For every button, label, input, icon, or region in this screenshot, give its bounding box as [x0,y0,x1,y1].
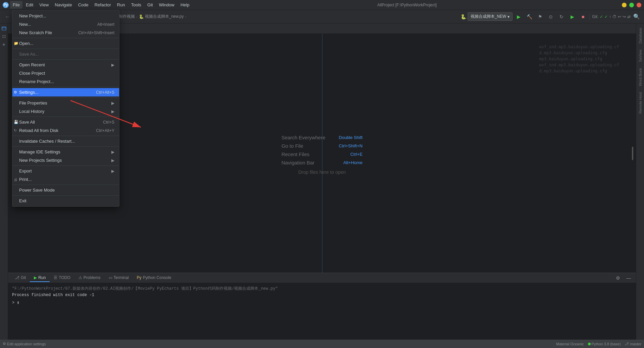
tab-terminal[interactable]: ▭ Terminal [105,274,133,282]
menu-local-history[interactable]: Local History ▶ [12,107,119,116]
tab-problems[interactable]: ⚠ Problems [74,274,105,282]
debug-run-button[interactable]: ▶ [568,12,577,21]
close-button[interactable]: × [637,3,641,7]
git-undo-icon[interactable]: ↩ [618,14,621,19]
minimize-button[interactable]: − [622,3,627,7]
bg-file-5: d.mp3.baiduyun.uploading.cfg [539,68,619,74]
menu-file[interactable]: File [10,1,22,9]
menu-tools[interactable]: Tools [128,1,144,9]
coverage-button[interactable]: ⚑ [535,12,545,21]
menu-export[interactable]: Export ▶ [12,167,119,175]
menu-close-project[interactable]: Close Project [12,69,119,77]
git-push-icon[interactable]: ↑ [609,14,611,19]
toggle-button[interactable]: ↻ [557,12,566,21]
bottom-panel-toolbar: ⎇ Git ▶ Run ☰ TODO ⚠ Problems ▭ Terminal… [8,273,636,283]
maximize-button[interactable]: □ [629,3,634,7]
menu-code[interactable]: Code [75,1,91,9]
menu-print[interactable]: 🖨 Print... [12,175,119,184]
tab-run[interactable]: ▶ Run [30,274,50,282]
menu-git[interactable]: Git [145,1,156,9]
menu-power-save-mode[interactable]: Power Save Mode [12,186,119,194]
menu-window[interactable]: Window [156,1,177,9]
terminal-exit-line: Process finished with exit code -1 [12,293,632,297]
stop-button[interactable]: ■ [578,12,588,21]
git-translate-icon[interactable]: ⇄ [627,14,631,19]
breadcrumb-part-3[interactable]: 🐍 视频合成脚本_new.py [139,14,184,19]
terminal-prompt[interactable]: > ▮ [12,300,632,305]
app-settings-status[interactable]: ⚙ Edit application settings [3,342,46,346]
folder-icon: 📁 [14,41,18,46]
tab-python-console[interactable]: Py Python Console [133,274,175,282]
menu-file-properties[interactable]: File Properties ▶ [12,99,119,107]
menu-run[interactable]: Run [114,1,128,9]
tab-git[interactable]: ⎇ Git [11,274,30,282]
menu-sep-8 [12,146,119,147]
hint-search-everywhere: Search Everywhere Double Shift [281,135,363,140]
git-log-icon[interactable]: ⏱ [612,14,616,19]
database-panel-tab[interactable]: Database [638,25,642,46]
menu-save-as[interactable]: Save As... [12,50,119,58]
remote-host-panel-tab[interactable]: Remote Host [638,89,642,116]
profile-button[interactable]: ⊙ [546,12,555,21]
editor-scrollbar[interactable] [632,147,633,160]
menu-help[interactable]: Help [178,1,192,9]
toolbar-sep-git [590,13,590,20]
app-icon: Py [3,2,9,8]
git-check2-icon[interactable]: ✓ [604,14,608,19]
search-everywhere-btn[interactable]: 🔍 [632,12,641,21]
build-button[interactable]: 🔨 [525,12,534,21]
menu-sep-9 [12,165,119,166]
run-config-selector[interactable]: 视频合成脚本_NEW ▾ [468,12,513,21]
menu-new-scratch-file[interactable]: New Scratch File Ctrl+Alt+Shift+Insert [12,28,119,37]
todo-tab-icon: ☰ [54,275,57,280]
menu-new[interactable]: New... Alt+Insert [12,20,119,28]
git-check-icon[interactable]: ✓ [600,14,603,19]
theme-status[interactable]: Material Oceanic [556,342,584,346]
menu-refactor[interactable]: Refactor [92,1,114,9]
menu-exit[interactable]: Exit [12,197,119,205]
menu-view[interactable]: View [37,1,51,9]
menu-invalidate-caches[interactable]: Invalidate Caches / Restart... [12,137,119,145]
status-right: Material Oceanic Python 3.8 (base) ⎇ mas… [556,342,641,346]
wordbook-panel-tab[interactable]: Word Book [638,65,642,89]
menu-edit[interactable]: Edit [23,1,36,9]
hint-label-2: Go to File [281,143,303,149]
terminal-path-line: "F:/PythonWorkProject/07.新媒体内容创作/02.AI视频… [12,286,632,291]
menu-sep-11 [12,195,119,196]
menu-navigate[interactable]: Navigate [52,1,74,9]
hint-key-3: Ctrl+E [350,152,362,157]
saview-panel-tab[interactable]: SaView [638,47,642,65]
panel-settings-btn[interactable]: ⚙ [613,273,623,283]
run-button[interactable]: ▶ [514,12,523,21]
menu-manage-ide-settings[interactable]: Manage IDE Settings ▶ [12,148,119,156]
tab-todo[interactable]: ☰ TODO [50,274,74,282]
svg-rect-0 [2,27,6,30]
back-button[interactable]: ← [3,12,12,21]
menu-settings[interactable]: ⚙ Settings... Ctrl+Alt+S [12,88,119,96]
panel-close-btn[interactable]: — [624,273,633,283]
menu-new-project[interactable]: New Project... [12,12,119,20]
menu-sep-6 [12,117,119,117]
python-run-icon: 🐍 [461,14,466,19]
structure-panel-icon[interactable] [1,33,7,40]
bg-file-4: wvf_snd.mp3.baiduyun.uploading.cf [539,62,619,68]
menu-open[interactable]: 📁 Open... [12,39,119,48]
hint-label-3: Recent Files [281,151,309,157]
save-all-icon: 💾 [14,120,18,124]
menu-rename-project[interactable]: Rename Project... [12,77,119,86]
status-bar: ⚙ Edit application settings Material Oce… [0,340,644,348]
menu-open-recent[interactable]: Open Recent ▶ [12,61,119,69]
menu-save-all[interactable]: 💾 Save All Ctrl+S [12,118,119,126]
git-branch-status[interactable]: ⎇ master [625,342,641,346]
hint-label-1: Search Everywhere [281,135,325,140]
hint-goto-file: Go to File Ctrl+Shift+N [281,143,363,149]
git-tab-icon: ⎇ [15,275,19,280]
menu-new-projects-settings[interactable]: New Projects Settings ▶ [12,156,119,164]
favorites-panel-icon[interactable]: ★ [1,41,7,48]
right-sidebar: Database SaView Word Book Remote Host [636,24,644,340]
git-redo-icon[interactable]: ↪ [623,14,626,19]
bg-file-3: mp3.baiduyun.uploading.cfg [539,56,619,62]
project-panel-icon[interactable] [1,25,7,32]
python-version-status[interactable]: Python 3.8 (base) [588,342,621,346]
menu-reload-disk[interactable]: ↻ Reload All from Disk Ctrl+Alt+Y [12,126,119,135]
